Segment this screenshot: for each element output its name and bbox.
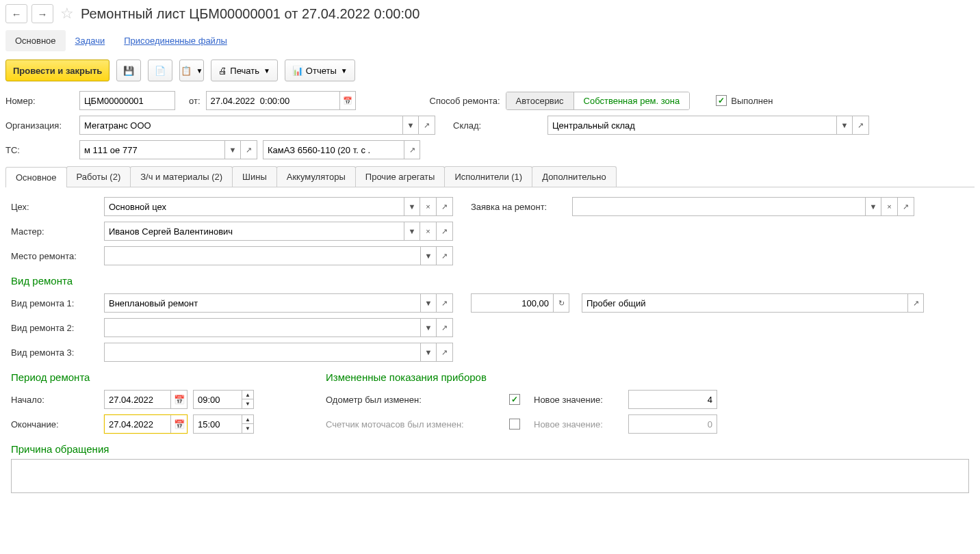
warehouse-dropdown-icon[interactable]: ▼ [836, 116, 853, 135]
calendar-icon[interactable]: 📅 [339, 91, 356, 110]
end-time-input[interactable] [194, 415, 242, 433]
type1-label: Вид ремонта 1: [11, 298, 99, 308]
print-icon: 🖨 [218, 66, 227, 76]
motohours-new-label: Новое значение: [534, 419, 623, 430]
org-open-icon[interactable]: ↗ [419, 116, 435, 135]
workshop-label: Цех: [11, 202, 99, 212]
repair-method-toggle: Автосервис Собственная рем. зона [506, 92, 691, 110]
ts-dropdown-icon[interactable]: ▼ [224, 140, 241, 159]
odometer-new-label: Новое значение: [534, 395, 623, 405]
ts-label: ТС: [5, 145, 74, 155]
mileage-type-open-icon[interactable]: ↗ [907, 293, 924, 313]
master-label: Мастер: [11, 226, 99, 237]
workshop-open-icon[interactable]: ↗ [437, 197, 453, 216]
start-date-input[interactable] [105, 391, 170, 408]
nav-forward-button[interactable]: → [31, 4, 53, 23]
org-dropdown-icon[interactable]: ▼ [402, 116, 419, 135]
tab-extra[interactable]: Дополнительно [532, 166, 617, 187]
method-own[interactable]: Собственная рем. зона [574, 92, 690, 109]
start-time-down[interactable]: ▼ [242, 399, 253, 408]
print-button[interactable]: 🖨 Печать ▼ [211, 60, 278, 81]
request-open-icon[interactable]: ↗ [898, 197, 914, 216]
nav-tab-tasks[interactable]: Задачи [66, 30, 115, 51]
nav-tab-main[interactable]: Основное [5, 30, 66, 51]
place-open-icon[interactable]: ↗ [437, 246, 453, 265]
mileage-type-input[interactable] [582, 293, 907, 313]
date-label: от: [189, 96, 201, 106]
reason-textarea[interactable] [11, 459, 969, 493]
type3-dropdown-icon[interactable]: ▼ [420, 343, 437, 362]
done-checkbox[interactable]: ✓ [716, 95, 727, 106]
end-time-up[interactable]: ▲ [242, 415, 253, 424]
type2-input[interactable] [104, 318, 420, 337]
post-button[interactable]: 📄 [148, 60, 172, 81]
type1-open-icon[interactable]: ↗ [437, 293, 453, 313]
tab-batteries[interactable]: Аккумуляторы [276, 166, 356, 187]
start-time-up[interactable]: ▲ [242, 391, 253, 399]
number-input[interactable] [79, 91, 175, 110]
tab-main[interactable]: Основное [5, 167, 67, 187]
master-input[interactable] [104, 222, 404, 241]
reports-button[interactable]: 📊 Отчеты ▼ [285, 60, 355, 81]
type1-input[interactable] [104, 293, 420, 313]
done-label: Выполнен [731, 96, 773, 106]
tab-tires[interactable]: Шины [232, 166, 277, 187]
ts-model-input[interactable] [263, 140, 404, 159]
warehouse-input[interactable] [547, 116, 836, 135]
request-label: Заявка на ремонт: [471, 202, 567, 212]
ts-open-icon[interactable]: ↗ [241, 140, 257, 159]
motohours-new-input [628, 414, 717, 434]
end-label: Окончание: [11, 419, 99, 430]
workshop-clear-icon[interactable]: × [420, 197, 437, 216]
create-based-button[interactable]: 📋▼ [179, 60, 204, 81]
tab-executors[interactable]: Исполнители (1) [444, 166, 532, 187]
create-based-icon: 📋 [181, 66, 192, 76]
end-time-down[interactable]: ▼ [242, 424, 253, 433]
nav-back-button[interactable]: ← [5, 4, 27, 23]
warehouse-label: Склад: [453, 120, 542, 131]
workshop-dropdown-icon[interactable]: ▼ [404, 197, 420, 216]
repair-type-section: Вид ремонта [5, 268, 975, 291]
place-label: Место ремонта: [11, 251, 99, 261]
type3-label: Вид ремонта 3: [11, 347, 99, 358]
save-button[interactable]: 💾 [116, 60, 141, 81]
type2-dropdown-icon[interactable]: ▼ [420, 318, 437, 337]
start-calendar-icon[interactable]: 📅 [170, 391, 187, 408]
start-time-input[interactable] [194, 391, 242, 408]
odometer-new-input[interactable] [628, 390, 717, 409]
method-autoservice[interactable]: Автосервис [506, 92, 574, 109]
end-date-input[interactable] [105, 415, 170, 433]
tab-works[interactable]: Работы (2) [66, 166, 131, 187]
type3-open-icon[interactable]: ↗ [437, 343, 453, 362]
ts-input[interactable] [79, 140, 224, 159]
save-close-button[interactable]: Провести и закрыть [5, 60, 109, 81]
place-dropdown-icon[interactable]: ▼ [420, 246, 437, 265]
reason-section: Причина обращения [5, 436, 975, 459]
refresh-icon[interactable]: ↻ [553, 293, 569, 313]
period-section: Период ремонта [5, 365, 293, 387]
tab-other[interactable]: Прочие агрегаты [355, 166, 446, 187]
star-icon[interactable]: ☆ [60, 5, 74, 23]
warehouse-open-icon[interactable]: ↗ [853, 116, 869, 135]
motohours-checkbox[interactable]: ✓ [509, 419, 520, 430]
odometer-checkbox[interactable]: ✓ [509, 394, 520, 405]
place-input[interactable] [104, 246, 420, 265]
tab-parts[interactable]: З/ч и материалы (2) [130, 166, 233, 187]
request-clear-icon[interactable]: × [881, 197, 898, 216]
request-dropdown-icon[interactable]: ▼ [865, 197, 881, 216]
end-calendar-icon[interactable]: 📅 [170, 415, 187, 433]
master-clear-icon[interactable]: × [420, 222, 437, 241]
org-input[interactable] [79, 116, 402, 135]
mileage-value-input[interactable] [471, 293, 553, 313]
ts-model-open-icon[interactable]: ↗ [404, 140, 420, 159]
workshop-input[interactable] [104, 197, 404, 216]
type3-input[interactable] [104, 343, 420, 362]
request-input[interactable] [572, 197, 865, 216]
master-dropdown-icon[interactable]: ▼ [404, 222, 420, 241]
master-open-icon[interactable]: ↗ [437, 222, 453, 241]
date-input[interactable] [206, 91, 339, 110]
post-icon: 📄 [155, 66, 166, 76]
type1-dropdown-icon[interactable]: ▼ [420, 293, 437, 313]
type2-open-icon[interactable]: ↗ [437, 318, 453, 337]
nav-tab-files[interactable]: Присоединенные файлы [114, 30, 237, 51]
